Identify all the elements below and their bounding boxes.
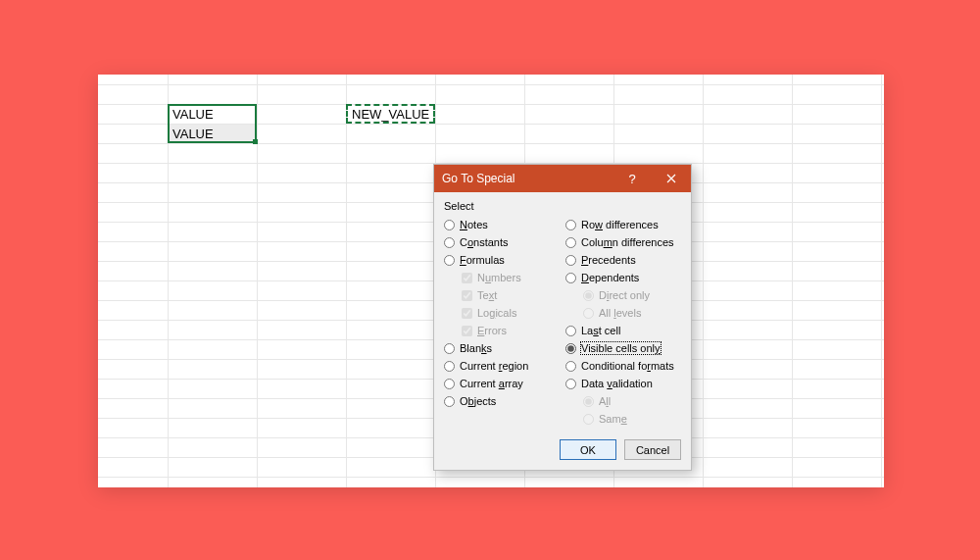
option-notes[interactable]: Notes [444,216,560,233]
option-text: Text [462,286,560,304]
option-constants[interactable]: Constants [444,233,560,251]
button-bar: OK Cancel [444,439,681,460]
dialog-titlebar[interactable]: Go To Special ? [434,165,691,192]
option-objects[interactable]: Objects [444,392,560,410]
spreadsheet-canvas: VALUE VALUE NEW_VALUE Go To Special ? Se… [98,75,884,487]
option-dependents[interactable]: Dependents [565,269,681,286]
option-direct-only: Direct only [583,286,681,304]
fill-handle[interactable] [253,139,258,144]
help-icon[interactable]: ? [612,165,652,192]
option-numbers: Numbers [462,269,560,286]
close-icon[interactable] [652,165,691,192]
goto-special-dialog: Go To Special ? Select Notes Constants F… [433,164,692,471]
options-right-col: Row differences Column differences Prece… [565,216,681,428]
option-conditional-formats[interactable]: Conditional formats [565,357,681,375]
option-all: All [583,392,681,410]
dialog-body: Select Notes Constants Formulas Numbers … [434,192,691,470]
option-formulas[interactable]: Formulas [444,251,560,269]
option-same: Same [583,410,681,428]
dialog-title: Go To Special [442,172,612,185]
option-precedents[interactable]: Precedents [565,251,681,269]
option-current-region[interactable]: Current region [444,357,560,375]
section-label: Select [444,200,681,212]
ok-button[interactable]: OK [560,439,616,460]
option-current-array[interactable]: Current array [444,375,560,392]
option-all-levels: All levels [583,304,681,322]
cell-c1[interactable]: NEW_VALUE [349,105,434,125]
option-visible-cells[interactable]: Visible cells only [565,339,681,357]
option-column-differences[interactable]: Column differences [565,233,681,251]
option-row-differences[interactable]: Row differences [565,216,681,233]
options-left-col: Notes Constants Formulas Numbers Text Lo… [444,216,560,428]
option-logicals: Logicals [462,304,560,322]
opt-label: otes [467,219,488,230]
selection-border [168,104,257,143]
option-errors: Errors [462,322,560,339]
option-blanks[interactable]: Blanks [444,339,560,357]
option-data-validation[interactable]: Data validation [565,375,681,392]
cancel-button[interactable]: Cancel [624,439,681,460]
option-last-cell[interactable]: Last cell [565,322,681,339]
